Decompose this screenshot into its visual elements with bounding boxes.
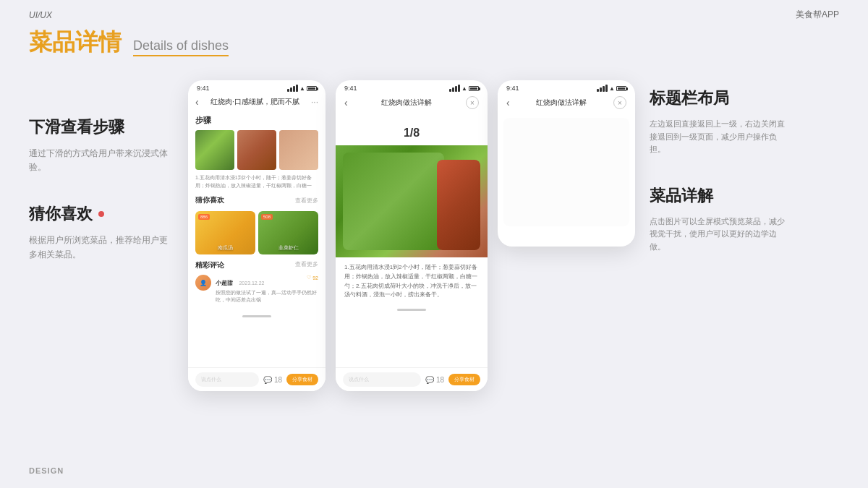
right-feature2-desc: 点击图片可以全屏模式预览菜品，减少视觉干扰，使用户可以更好的边学边做。 (650, 215, 791, 254)
feature2-desc: 根据用户所浏览菜品，推荐给用户更多相关菜品。 (29, 234, 174, 261)
battery-icon (469, 86, 479, 91)
comments-title: 精彩评论 (195, 260, 224, 270)
phone1-mockup: 9:41 ▲ ‹ 红烧肉·口感细腻，肥而不腻 ··· (188, 80, 326, 391)
step-image-greens (195, 130, 234, 170)
footer-label: DESIGN (29, 466, 64, 475)
comment-item: 👤 小超甜 2023.12.22 ♡ 92 按照您的做法试了一遍，真—活动手手仍… (195, 275, 318, 304)
phone2-nav-title: 红烧肉做法详解 (348, 98, 466, 108)
feature2-title: 猜你喜欢 (29, 203, 174, 225)
comment-count-icon: 💬 18 (263, 376, 282, 384)
main-content: 下滑查看步骤 通过下滑的方式给用户带来沉浸式体验。 猜你喜欢 根据用户所浏览菜品… (0, 59, 868, 453)
menu-icon[interactable]: ··· (311, 97, 318, 107)
feature1-title: 下滑查看步骤 (29, 116, 174, 138)
phone1-nav-title: 红烧肉·口感细腻，肥而不腻 (199, 97, 311, 107)
phone3-time: 9:41 (506, 85, 519, 92)
phone1-status-icons: ▲ (287, 85, 317, 92)
phone2-mockup: 9:41 ▲ ‹ 红烧肉做法详解 × 1 (336, 80, 488, 391)
step-counter: 1/8 (336, 112, 488, 145)
phone3-nav-title: 红烧肉做法详解 (510, 98, 613, 108)
phone3-nav: ‹ 红烧肉做法详解 × (498, 93, 635, 112)
feature1-desc: 通过下滑的方式给用户带来沉浸式体验。 (29, 147, 174, 174)
step-main-image[interactable] (336, 145, 488, 257)
phones-container: 9:41 ▲ ‹ 红烧肉·口感细腻，肥而不腻 ··· (188, 73, 635, 453)
steps-label: 步骤 (195, 115, 318, 126)
phone3-status-icons: ▲ (597, 85, 626, 92)
recommend-item-1[interactable]: 886 南瓜汤 (195, 211, 255, 254)
page-title-chinese: 菜品详情 (29, 27, 122, 59)
battery-icon (307, 86, 317, 91)
wifi-icon: ▲ (461, 85, 467, 92)
header-right-label: 美食帮APP (796, 9, 839, 21)
page-title-english: Details of dishes (133, 38, 229, 53)
recommend-grid: 886 南瓜汤 508 韭菜虾仁 (195, 211, 318, 254)
like-icon: ♡ (307, 275, 311, 281)
left-panel: 下滑查看步骤 通过下滑的方式给用户带来沉浸式体验。 猜你喜欢 根据用户所浏览菜品… (29, 73, 174, 453)
comment-text: 按照您的做法试了一遍，真—活动手手仍然好吃，中间还差点出锅 (216, 289, 318, 304)
phone2-nav: ‹ 红烧肉做法详解 × (336, 93, 488, 112)
right-feature1-title: 标题栏布局 (650, 87, 791, 109)
phone1-nav: ‹ 红烧肉·口感细腻，肥而不腻 ··· (188, 93, 326, 111)
rec-label-1: 南瓜汤 (195, 244, 255, 252)
comment-user-row: 小超甜 2023.12.22 ♡ 92 (216, 275, 318, 288)
comment-likes: ♡ 92 (307, 275, 318, 281)
comment-username: 小超甜 (216, 280, 233, 286)
comments-more[interactable]: 查看更多 (295, 260, 318, 270)
step-description: 1.五花肉用清水浸1到2个小时，随干；葱姜蒜切好备用；炸锅热油，放入辣椒适量，干… (336, 257, 488, 306)
phone1-bottom-bar: 说点什么 💬 18 分享食材 (188, 367, 326, 391)
phone3-mockup: 9:41 ▲ ‹ 红烧肉做法详解 × (498, 80, 635, 247)
rec-label-2: 韭菜虾仁 (258, 244, 318, 252)
comment-avatar: 👤 (195, 275, 211, 291)
phone2-status-icons: ▲ (449, 85, 479, 92)
phone1-status-bar: 9:41 ▲ (188, 80, 326, 93)
scroll-indicator (242, 315, 271, 317)
step-image-meat (237, 130, 276, 170)
comment-count-icon: 💬 18 (425, 376, 444, 384)
red-dot-icon (98, 211, 104, 217)
phone2-bottom-bar: 说点什么 💬 18 分享食材 (336, 367, 488, 391)
recommend-item-2[interactable]: 508 韭菜虾仁 (258, 211, 318, 254)
right-feature1-desc: 左边返回直接返回上一级，右边关闭直接退回到一级页面，减少用户操作负担。 (650, 118, 791, 156)
close-icon[interactable]: × (466, 96, 479, 109)
comment-date: 2023.12.22 (239, 281, 264, 286)
recommend-title: 猜你喜欢 (195, 195, 224, 205)
phone3-status-bar: 9:41 ▲ (498, 80, 635, 93)
rec-badge-1: 886 (198, 214, 210, 220)
recommend-header: 猜你喜欢 查看更多 (195, 195, 318, 205)
step-images (195, 130, 318, 170)
comment-body: 小超甜 2023.12.22 ♡ 92 按照您的做法试了一遍，真—活动手手仍然好… (216, 275, 318, 304)
title-section: 菜品详情 Details of dishes (0, 21, 868, 59)
phone1-content: 步骤 1.五花肉用清水浸1到2个小时，随干；葱姜蒜切好备用；炸锅热油，放入辣椒适… (188, 111, 326, 312)
header-left-label: UI/UX (29, 10, 52, 20)
recommend-more[interactable]: 查看更多 (295, 197, 318, 205)
phone2-status-bar: 9:41 ▲ (336, 80, 488, 93)
comments-header: 精彩评论 查看更多 (195, 260, 318, 270)
phone1-time: 9:41 (197, 85, 210, 92)
close-icon[interactable]: × (613, 96, 626, 109)
rec-badge-2: 508 (261, 214, 273, 220)
header: UI/UX 美食帮APP (0, 0, 868, 21)
action-button[interactable]: 分享食材 (286, 374, 318, 385)
battery-icon (616, 86, 626, 91)
phone3-content-area (503, 118, 629, 226)
comment-input[interactable]: 说点什么 (343, 372, 421, 387)
scroll-indicator (397, 309, 426, 311)
right-panel: 标题栏布局 左边返回直接返回上一级，右边关闭直接退回到一级页面，减少用户操作负担… (650, 73, 791, 453)
step-text: 1.五花肉用清水浸1到2个小时，随干；葱姜蒜切好备用；炸锅热油，放入辣椒适量，干… (195, 174, 318, 189)
phone2-time: 9:41 (344, 85, 357, 92)
comment-input[interactable]: 说点什么 (195, 372, 259, 387)
right-feature2-title: 菜品详解 (650, 185, 791, 207)
wifi-icon: ▲ (299, 85, 305, 92)
wifi-icon: ▲ (609, 85, 615, 92)
step-image-partial (279, 130, 318, 170)
action-button[interactable]: 分享食材 (448, 374, 480, 385)
